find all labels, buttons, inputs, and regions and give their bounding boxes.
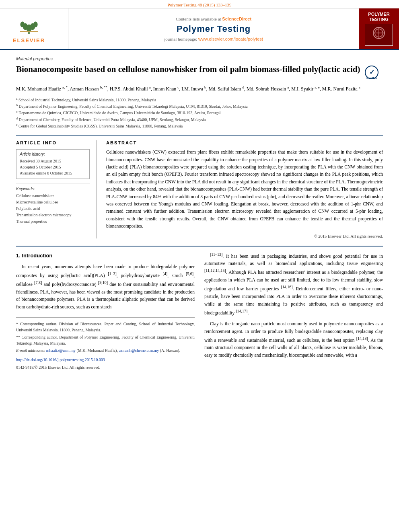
- email-2-name: (A. Hassan).: [160, 348, 180, 353]
- affiliations: a School of Industrial Technology, Unive…: [16, 97, 383, 129]
- abstract-heading: ABSTRACT: [106, 140, 383, 145]
- email-1-name: (M.K. Mohamad Haafiz),: [76, 348, 117, 353]
- intro-left-col: 1. Introduction In recent years, numerou…: [16, 251, 195, 371]
- doi-line[interactable]: http://dx.doi.org/10.1016/j.polymertesti…: [16, 357, 195, 364]
- intro-para-3: Clay is the inorganic nano particle most…: [204, 320, 383, 359]
- footnote-1: * Corresponding author. Division of Bior…: [16, 321, 195, 333]
- intro-para-2: [11–13]. It has been used in packaging i…: [204, 251, 383, 317]
- introduction-two-col: 1. Introduction In recent years, numerou…: [16, 251, 383, 371]
- svg-rect-6: [20, 31, 38, 32]
- divider: [16, 183, 90, 183]
- affiliation-a: a School of Industrial Technology, Unive…: [16, 97, 383, 103]
- footnotes-area: * Corresponding author. Division of Bior…: [16, 317, 195, 371]
- keywords-label: Keywords:: [16, 187, 90, 191]
- authors-line: M.K. Mohamad Haafiz a, *, Azman Hassan b…: [16, 84, 383, 93]
- svg-text:✓: ✓: [369, 69, 374, 76]
- journal-ref: Polymer Testing 48 (2015) 133–139: [167, 2, 231, 7]
- email-2-link[interactable]: azmanh@cheme.utm.my: [119, 348, 159, 353]
- badge-image: [365, 24, 393, 46]
- journal-header-center: Contents lists available at ScienceDirec…: [68, 8, 359, 49]
- journal-title: Polymer Testing: [177, 24, 251, 34]
- intro-right-col: [11–13]. It has been used in packaging i…: [204, 251, 383, 371]
- email-label: E-mail addresses:: [16, 348, 45, 353]
- history-label: Article history:: [20, 152, 86, 156]
- email-footnote: E-mail addresses: mhaafiz@usm.my (M.K. M…: [16, 347, 195, 353]
- affiliation-c: c Departamento de Química, CICECO, Unive…: [16, 109, 383, 116]
- abstract-col: ABSTRACT Cellulose nanowhiskers (CNW) ex…: [106, 140, 383, 238]
- keyword-5: Thermal properties: [16, 218, 90, 225]
- affiliation-d: d Department of Chemistry, Faculty of Sc…: [16, 116, 383, 123]
- main-content: Material properties Bionanocomposite bas…: [0, 50, 399, 377]
- homepage-link[interactable]: www.elsevier.com/locate/polytest: [198, 37, 263, 41]
- keyword-2: Microcrystalline cellulose: [16, 199, 90, 205]
- copyright-line: © 2015 Elsevier Ltd. All rights reserved…: [106, 234, 383, 238]
- sciencedirect-text: Contents lists available at: [176, 16, 221, 21]
- received-date: Received 30 August 2015: [20, 158, 86, 164]
- article-title-row: Bionanocomposite based on cellulose nano…: [16, 64, 383, 80]
- elsevier-tree-icon: [17, 16, 41, 35]
- page-container: Polymer Testing 48 (2015) 133–139 ELSEV: [0, 0, 399, 377]
- svg-point-5: [33, 21, 38, 27]
- journal-header: ELSEVIER Contents lists available at Sci…: [0, 8, 399, 50]
- keyword-4: Transmission electron microscopy: [16, 212, 90, 218]
- badge: POLYMERTESTING: [365, 12, 393, 46]
- email-1-link[interactable]: mhaafiz@usm.my: [46, 348, 76, 353]
- journal-badge: POLYMERTESTING: [359, 8, 399, 49]
- elsevier-logo: ELSEVIER: [5, 14, 53, 43]
- article-history-box: Article history: Received 30 August 2015…: [16, 149, 90, 179]
- footnote-2: ** Corresponding author. Department of P…: [16, 334, 195, 346]
- available-date: Available online 8 October 2015: [20, 170, 86, 176]
- homepage-text: journal homepage:: [164, 37, 197, 41]
- affiliation-b: b Department of Polymer Engineering, Fac…: [16, 103, 383, 109]
- top-bar: Polymer Testing 48 (2015) 133–139: [0, 0, 399, 8]
- sciencedirect-link[interactable]: ScienceDirect: [222, 16, 251, 21]
- accepted-date: Accepted 5 October 2015: [20, 164, 86, 170]
- badge-graphic-icon: [367, 25, 391, 45]
- keyword-3: Polylactic acid: [16, 205, 90, 212]
- intro-para-1: In recent years, numerous attempts have …: [16, 263, 195, 311]
- article-info-col: ARTICLE INFO Article history: Received 3…: [16, 140, 97, 238]
- elsevier-brand-label: ELSEVIER: [13, 37, 45, 43]
- badge-title: POLYMERTESTING: [365, 12, 393, 22]
- issn-line: 0142-9418/© 2015 Elsevier Ltd. All right…: [16, 364, 195, 371]
- section-label: Material properties: [16, 56, 383, 61]
- section-title: Introduction: [22, 253, 52, 259]
- article-info-abstract-section: ARTICLE INFO Article history: Received 3…: [16, 135, 383, 238]
- section-heading: 1. Introduction: [16, 251, 195, 260]
- logo-box: [5, 14, 53, 37]
- abstract-text: Cellulose nanowhiskers (CNW) extracted f…: [106, 148, 383, 230]
- affiliation-e: e Centre for Global Sustainability Studi…: [16, 123, 383, 129]
- svg-point-4: [20, 21, 25, 27]
- article-title-text: Bionanocomposite based on cellulose nano…: [16, 64, 360, 75]
- article-info-heading: ARTICLE INFO: [16, 140, 90, 145]
- crossmark-icon: ✓ CrossMark: [364, 65, 379, 80]
- keyword-1: Cellulose nanowhiskers: [16, 193, 90, 199]
- elsevier-logo-area: ELSEVIER: [0, 8, 68, 49]
- svg-text:CrossMark: CrossMark: [366, 77, 377, 79]
- homepage-line: journal homepage: www.elsevier.com/locat…: [164, 37, 263, 41]
- section-number: 1.: [16, 253, 21, 259]
- sciencedirect-line: Contents lists available at ScienceDirec…: [176, 16, 251, 21]
- introduction-section: 1. Introduction In recent years, numerou…: [16, 246, 383, 371]
